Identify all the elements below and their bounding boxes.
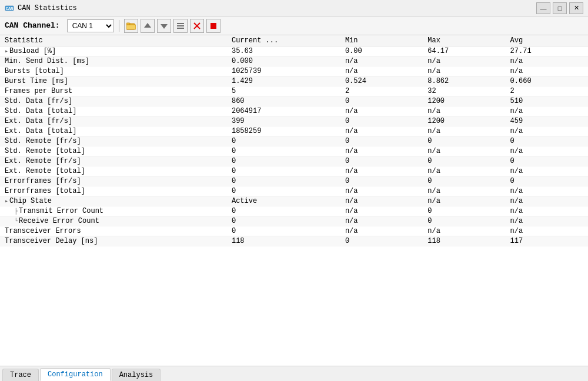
svg-text:CAN: CAN <box>6 6 14 11</box>
table-row: Ext. Data [fr/s]39901200459 <box>0 116 588 126</box>
cell-avg: n/a <box>506 196 588 206</box>
cell-avg: n/a <box>506 146 588 156</box>
cell-statistic: Std. Data [total] <box>0 106 227 116</box>
cell-current: 0 <box>227 146 340 156</box>
cell-min: 0.524 <box>340 76 423 86</box>
table-row: Frames per Burst52322 <box>0 86 588 96</box>
tab-trace[interactable]: Trace <box>2 369 39 381</box>
cell-min: n/a <box>340 166 423 176</box>
cell-statistic: Errorframes [fr/s] <box>0 176 227 186</box>
cell-max: 8.862 <box>423 76 505 86</box>
cell-current: 0 <box>227 176 340 186</box>
svg-rect-3 <box>126 25 136 29</box>
cell-max: 32 <box>423 86 505 96</box>
cell-avg: n/a <box>506 106 588 116</box>
table-row: Transceiver Delay [ns]1180118117 <box>0 236 588 246</box>
reset-button[interactable] <box>173 19 188 33</box>
cell-avg: n/a <box>506 226 588 236</box>
table-row: Transceiver Errors0n/an/an/a <box>0 226 588 236</box>
cell-statistic: ├ Transmit Error Count <box>0 206 227 216</box>
cell-min: n/a <box>340 226 423 236</box>
up-button[interactable] <box>141 19 155 33</box>
cell-min: n/a <box>340 206 423 216</box>
table-row: Bursts [total]1025739n/an/an/a <box>0 66 588 76</box>
cell-avg: n/a <box>506 126 588 136</box>
channel-label: CAN Channel: <box>5 21 60 30</box>
tab-analysis[interactable]: Analysis <box>112 369 161 381</box>
cell-min: n/a <box>340 126 423 136</box>
cell-current: 0 <box>227 226 340 236</box>
cell-max: n/a <box>423 106 505 116</box>
svg-rect-7 <box>177 23 184 24</box>
cell-current: 1025739 <box>227 66 340 76</box>
cell-max: n/a <box>423 166 505 176</box>
open-button[interactable] <box>124 19 138 33</box>
cell-avg: n/a <box>506 56 588 66</box>
minimize-button[interactable]: — <box>536 2 550 14</box>
cell-avg: n/a <box>506 166 588 176</box>
cell-max: n/a <box>423 126 505 136</box>
cell-avg: 2 <box>506 86 588 96</box>
table-row: ▸ Busload [%]35.630.0064.1727.71 <box>0 46 588 56</box>
table-row: ▸ Chip StateActiven/an/an/a <box>0 196 588 206</box>
header-avg: Avg <box>506 35 588 46</box>
cell-max: n/a <box>423 146 505 156</box>
cell-statistic: Bursts [total] <box>0 66 227 76</box>
cell-avg: 0 <box>506 156 588 166</box>
cell-max: 0 <box>423 176 505 186</box>
cell-avg: 117 <box>506 236 588 246</box>
cell-current: 1.429 <box>227 76 340 86</box>
cell-min: n/a <box>340 56 423 66</box>
tab-configuration[interactable]: Configuration <box>40 368 111 381</box>
statistics-table: Statistic Current ... Min Max Avg ▸ Busl… <box>0 35 588 246</box>
header-max: Max <box>423 35 505 46</box>
cell-avg: n/a <box>506 186 588 196</box>
cell-max: n/a <box>423 186 505 196</box>
cell-max: n/a <box>423 196 505 206</box>
channel-select[interactable]: CAN 1 <box>67 19 114 32</box>
window-controls: — □ ✕ <box>536 2 583 14</box>
svg-rect-4 <box>126 23 130 25</box>
table-row: ├ Transmit Error Count0n/a0n/a <box>0 206 588 216</box>
cell-min: 0 <box>340 136 423 146</box>
tab-bar: Trace Configuration Analysis <box>0 366 588 381</box>
cell-avg: 27.71 <box>506 46 588 56</box>
down-button[interactable] <box>157 19 171 33</box>
table-row: Ext. Remote [total]0n/an/an/a <box>0 166 588 176</box>
cell-statistic: Frames per Burst <box>0 86 227 96</box>
cell-statistic: Std. Remote [fr/s] <box>0 136 227 146</box>
table-row: Min. Send Dist. [ms]0.000n/an/an/a <box>0 56 588 66</box>
table-row: Ext. Remote [fr/s]0000 <box>0 156 588 166</box>
cell-current: Active <box>227 196 340 206</box>
cell-max: 0 <box>423 136 505 146</box>
cell-max: 0 <box>423 156 505 166</box>
cell-min: 0 <box>340 236 423 246</box>
cell-current: 2064917 <box>227 106 340 116</box>
maximize-button[interactable]: □ <box>553 2 567 14</box>
cell-current: 0 <box>227 166 340 176</box>
cell-min: n/a <box>340 146 423 156</box>
header-min: Min <box>340 35 423 46</box>
table-row: └ Receive Error Count0n/a0n/a <box>0 216 588 226</box>
header-statistic: Statistic <box>0 35 227 46</box>
cell-current: 5 <box>227 86 340 96</box>
app-icon: CAN <box>5 4 14 13</box>
cell-min: 0 <box>340 116 423 126</box>
stop-button[interactable] <box>206 19 220 33</box>
cell-current: 860 <box>227 96 340 106</box>
cell-avg: 0.660 <box>506 76 588 86</box>
cell-current: 0 <box>227 186 340 196</box>
cell-current: 1858259 <box>227 126 340 136</box>
delete-button[interactable] <box>190 19 204 33</box>
cell-min: n/a <box>340 196 423 206</box>
toolbar-separator <box>119 20 119 32</box>
close-button[interactable]: ✕ <box>569 2 583 14</box>
cell-current: 118 <box>227 236 340 246</box>
cell-avg: n/a <box>506 66 588 76</box>
cell-max: n/a <box>423 56 505 66</box>
svg-rect-9 <box>177 28 184 29</box>
table-row: Errorframes [total]0n/an/an/a <box>0 186 588 196</box>
cell-current: 0.000 <box>227 56 340 66</box>
cell-statistic: Errorframes [total] <box>0 186 227 196</box>
svg-rect-8 <box>177 25 184 26</box>
